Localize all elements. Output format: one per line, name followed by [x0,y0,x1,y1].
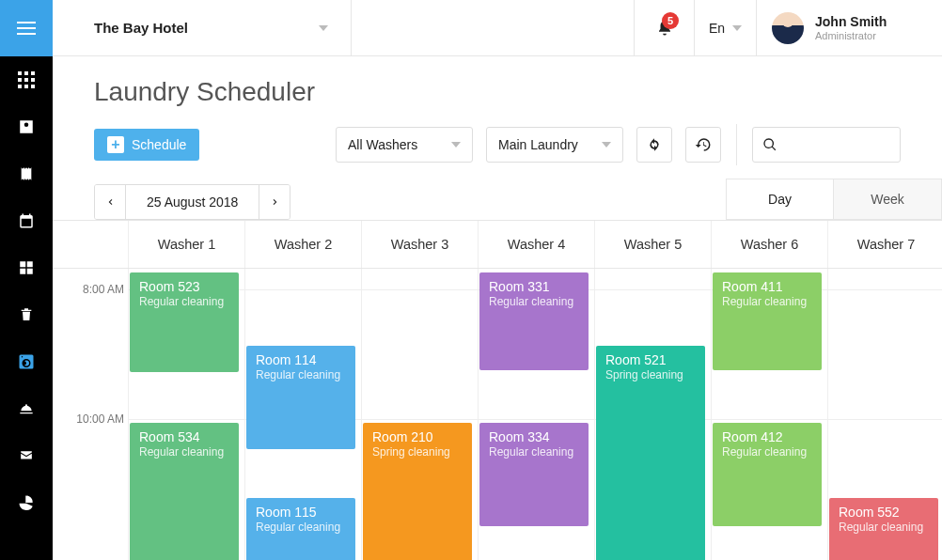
view-tab-week[interactable]: Week [834,179,942,220]
column-header: Washer 3 [361,221,478,268]
event-title: Room 210 [372,429,433,444]
scheduled-event[interactable]: Room 411Regular cleaning [713,272,822,370]
svg-rect-5 [31,71,35,75]
user-menu[interactable]: John Smith Administrator [756,0,942,55]
sidebar-item-trash[interactable] [0,291,53,338]
svg-rect-10 [24,85,28,88]
svg-rect-0 [17,22,36,23]
current-date[interactable]: 25 August 2018 [125,185,259,219]
svg-rect-2 [17,33,36,35]
sidebar-item-mail[interactable] [0,432,53,479]
event-subtitle: Regular cleaning [489,445,579,459]
column-header: Washer 7 [827,221,942,268]
event-subtitle: Regular cleaning [256,368,346,381]
scheduler: Washer 1Washer 2Washer 3Washer 4Washer 5… [53,220,942,560]
washer-filter-select[interactable]: All Washers [336,127,473,163]
schedule-button[interactable]: + Schedule [94,129,199,161]
user-role: Administrator [815,30,887,41]
column-header: Washer 1 [128,221,244,268]
next-day-button[interactable] [259,185,290,219]
sidebar-item-apps[interactable] [0,56,53,103]
sidebar-item-reports[interactable] [0,479,53,526]
avatar [772,12,804,44]
svg-rect-11 [31,85,35,88]
sidebar-item-calendar[interactable] [0,197,53,244]
caret-down-icon [732,25,742,31]
scheduled-event[interactable]: Room 412Regular cleaning [713,423,822,526]
event-subtitle: Regular cleaning [139,445,229,459]
scheduled-event[interactable]: Room 210Spring cleaning [363,423,472,560]
contact-icon [18,118,35,135]
scheduled-event[interactable]: Room 115Regular cleaning [246,498,355,560]
sidebar-item-laundry[interactable] [0,338,53,385]
user-name: John Smith [815,14,887,30]
history-button[interactable] [685,127,721,163]
hotel-selector[interactable]: The Bay Hotel [53,0,352,55]
prev-day-button[interactable] [95,185,125,219]
scheduler-header: Washer 1Washer 2Washer 3Washer 4Washer 5… [53,221,942,269]
event-subtitle: Regular cleaning [839,521,929,534]
sidebar-item-grid[interactable] [0,244,53,291]
mail-icon [18,449,35,462]
plus-icon: + [107,136,124,153]
sidebar-item-contacts[interactable] [0,103,53,150]
scheduled-event[interactable]: Room 331Regular cleaning [479,272,589,370]
history-icon [695,136,712,153]
sidebar-item-receipts[interactable] [0,150,53,197]
event-title: Room 331 [489,279,550,294]
hamburger-menu-button[interactable] [0,0,53,56]
svg-rect-4 [24,71,28,75]
location-filter-value: Main Laundry [498,137,578,152]
page-title: Laundry Scheduler [94,77,901,107]
scheduler-body[interactable]: 8:00 AM10:00 AMRoom 523Regular cleaningR… [53,269,942,560]
search-icon [762,137,777,152]
refresh-icon [646,136,663,153]
event-title: Room 552 [839,505,900,520]
event-subtitle: Regular cleaning [256,521,346,534]
scheduled-event[interactable]: Room 534Regular cleaning [130,423,239,560]
refresh-button[interactable] [636,127,672,163]
receipt-icon [19,165,34,182]
event-subtitle: Regular cleaning [139,295,229,308]
view-tab-day[interactable]: Day [726,179,834,220]
scheduled-event[interactable]: Room 521Spring cleaning [596,346,705,560]
svg-rect-6 [18,78,22,82]
event-title: Room 411 [722,279,783,294]
svg-rect-9 [18,85,22,88]
scheduled-event[interactable]: Room 552Regular cleaning [829,498,938,560]
apps-icon [18,71,35,88]
column-header: Washer 5 [594,221,711,268]
event-title: Room 534 [139,429,200,444]
scheduled-event[interactable]: Room 523Regular cleaning [130,272,239,372]
svg-rect-1 [17,27,36,29]
chevron-right-icon [271,195,279,209]
search-input[interactable] [752,127,901,163]
notification-badge: 5 [662,12,679,29]
event-title: Room 521 [605,352,667,367]
event-subtitle: Regular cleaning [722,445,812,459]
calendar-icon [18,212,35,229]
sidebar-item-room-service[interactable] [0,385,53,432]
pie-chart-icon [18,494,35,511]
event-title: Room 334 [489,429,550,444]
room-service-icon [18,401,35,416]
location-filter-select[interactable]: Main Laundry [486,127,623,163]
washer-filter-value: All Washers [348,137,417,152]
caret-down-icon [319,25,328,31]
schedule-button-label: Schedule [132,137,186,152]
notifications-button[interactable]: 5 [634,0,694,55]
event-title: Room 115 [256,505,317,520]
svg-rect-3 [18,71,22,75]
laundry-icon [18,353,35,370]
event-subtitle: Spring cleaning [605,368,696,381]
language-selector[interactable]: En [694,0,756,55]
hotel-name: The Bay Hotel [94,20,188,36]
svg-rect-8 [31,78,35,82]
chevron-left-icon [106,195,115,209]
sidebar [0,0,53,560]
scheduled-event[interactable]: Room 334Regular cleaning [479,423,589,526]
column-header: Washer 4 [478,221,594,268]
view-switch: Day Week [726,179,942,220]
scheduled-event[interactable]: Room 114Regular cleaning [246,346,355,449]
language-label: En [709,21,725,36]
